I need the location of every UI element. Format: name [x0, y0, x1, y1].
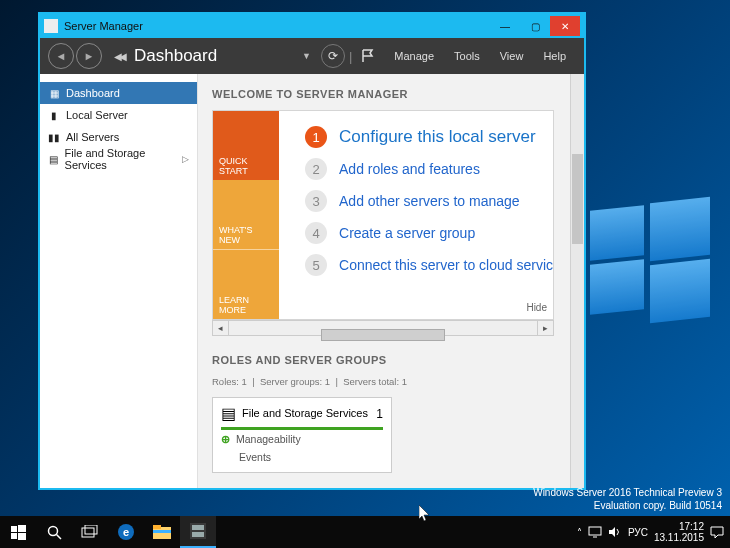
step-label: Create a server group: [339, 225, 475, 241]
sidebar-item-local-server[interactable]: ▮ Local Server: [40, 104, 197, 126]
titlebar[interactable]: Server Manager — ▢ ✕: [40, 14, 584, 38]
vertical-scrollbar[interactable]: [570, 74, 584, 488]
roles-heading: ROLES AND SERVER GROUPS: [212, 354, 584, 366]
task-view-button[interactable]: [72, 516, 108, 548]
role-card-file-storage[interactable]: ▤ File and Storage Services 1 ⊕ Manageab…: [212, 397, 392, 473]
app-icon: [44, 19, 58, 33]
server-icon: ▮: [48, 109, 60, 121]
tile-whats-new[interactable]: WHAT'S NEW: [213, 180, 279, 249]
menu-tools[interactable]: Tools: [444, 50, 490, 62]
breadcrumb-chevrons-icon: ◀◀: [114, 51, 124, 62]
taskbar-explorer[interactable]: [144, 516, 180, 548]
breadcrumb-current: Dashboard: [134, 46, 217, 66]
sidebar-item-label: Dashboard: [66, 87, 120, 99]
step-add-servers[interactable]: 3 Add other servers to manage: [305, 185, 553, 217]
step-label: Add roles and features: [339, 161, 480, 177]
up-arrow-icon: ⊕: [221, 433, 230, 445]
windows-logo-wallpaper: [590, 200, 710, 320]
step-number: 4: [305, 222, 327, 244]
servers-icon: ▮▮: [48, 131, 60, 143]
tile-quick-start[interactable]: QUICK START: [213, 111, 279, 180]
tray-language[interactable]: РУС: [628, 527, 648, 538]
role-card-count: 1: [376, 407, 383, 421]
role-row-events[interactable]: Events: [221, 448, 383, 466]
step-connect-cloud[interactable]: 5 Connect this server to cloud servic: [305, 249, 553, 281]
step-number: 3: [305, 190, 327, 212]
scroll-thumb[interactable]: [321, 329, 444, 341]
menu-view[interactable]: View: [490, 50, 534, 62]
svg-rect-11: [153, 525, 161, 529]
svg-rect-15: [192, 532, 204, 537]
step-number: 2: [305, 158, 327, 180]
role-row-manageability[interactable]: ⊕ Manageability: [221, 430, 383, 448]
step-configure-local-server[interactable]: 1 Configure this local server: [305, 121, 553, 153]
svg-rect-3: [18, 533, 26, 540]
nav-forward-button[interactable]: ►: [76, 43, 102, 69]
svg-rect-12: [153, 530, 171, 533]
sidebar-item-file-storage[interactable]: ▤ File and Storage Services ▷: [40, 148, 197, 170]
svg-line-5: [56, 534, 61, 539]
step-number: 1: [305, 126, 327, 148]
tile-label: LEARN MORE: [219, 295, 273, 315]
scroll-thumb[interactable]: [572, 154, 583, 244]
chevron-right-icon: ▷: [182, 154, 189, 164]
refresh-button[interactable]: ⟳: [321, 44, 345, 68]
nav-back-button[interactable]: ◄: [48, 43, 74, 69]
roles-subheading: Roles: 1 | Server groups: 1 | Servers to…: [212, 376, 584, 387]
svg-rect-14: [192, 525, 204, 530]
step-label: Add other servers to manage: [339, 193, 520, 209]
svg-text:e: e: [123, 526, 129, 538]
menu-manage[interactable]: Manage: [384, 50, 444, 62]
svg-rect-7: [85, 525, 97, 534]
breadcrumb-dropdown[interactable]: ▼: [296, 51, 317, 61]
close-button[interactable]: ✕: [550, 16, 580, 36]
step-label: Configure this local server: [339, 127, 536, 147]
svg-rect-2: [11, 533, 17, 539]
maximize-button[interactable]: ▢: [520, 16, 550, 36]
notifications-flag-icon[interactable]: [360, 46, 376, 66]
role-row-label: Events: [239, 451, 271, 463]
svg-rect-0: [11, 526, 17, 532]
taskbar-edge[interactable]: e: [108, 516, 144, 548]
taskbar-server-manager[interactable]: [180, 516, 216, 548]
role-card-title: File and Storage Services: [242, 407, 370, 420]
scroll-left-button[interactable]: ◂: [213, 321, 229, 335]
sidebar-item-label: Local Server: [66, 109, 128, 121]
window-title: Server Manager: [64, 20, 143, 32]
taskbar: e ˄ РУС 17:12 13.11.2015: [0, 516, 730, 548]
svg-rect-16: [589, 527, 601, 535]
hide-link[interactable]: Hide: [526, 302, 547, 313]
step-add-roles[interactable]: 2 Add roles and features: [305, 153, 553, 185]
toolbar: ◄ ► ◀◀ Dashboard ▼ ⟳ | Manage Tools View…: [40, 38, 584, 74]
step-create-group[interactable]: 4 Create a server group: [305, 217, 553, 249]
sidebar-item-label: All Servers: [66, 131, 119, 143]
svg-point-4: [48, 526, 57, 535]
tray-clock[interactable]: 17:12 13.11.2015: [654, 521, 704, 543]
tray-network-icon[interactable]: [588, 526, 602, 538]
minimize-button[interactable]: —: [490, 16, 520, 36]
sidebar-item-dashboard[interactable]: ▦ Dashboard: [40, 82, 197, 104]
svg-rect-6: [82, 528, 94, 537]
main-content: WELCOME TO SERVER MANAGER QUICK START WH…: [198, 74, 584, 488]
menu-help[interactable]: Help: [533, 50, 576, 62]
search-button[interactable]: [36, 516, 72, 548]
tray-volume-icon[interactable]: [608, 526, 622, 538]
tray-action-center-icon[interactable]: [710, 526, 724, 539]
role-row-label: Manageability: [236, 433, 301, 445]
tile-learn-more[interactable]: LEARN MORE: [213, 249, 279, 319]
step-number: 5: [305, 254, 327, 276]
sidebar-item-all-servers[interactable]: ▮▮ All Servers: [40, 126, 197, 148]
svg-rect-1: [18, 525, 26, 532]
server-manager-window: Server Manager — ▢ ✕ ◄ ► ◀◀ Dashboard ▼ …: [38, 12, 586, 490]
welcome-heading: WELCOME TO SERVER MANAGER: [212, 88, 584, 100]
tile-label: WHAT'S NEW: [219, 225, 273, 245]
storage-icon: ▤: [48, 153, 59, 165]
cursor-icon: [419, 505, 431, 523]
dashboard-icon: ▦: [48, 87, 60, 99]
welcome-panel: QUICK START WHAT'S NEW LEARN MORE 1 Conf…: [212, 110, 554, 320]
scroll-right-button[interactable]: ▸: [537, 321, 553, 335]
start-button[interactable]: [0, 516, 36, 548]
sidebar-item-label: File and Storage Services: [65, 147, 176, 171]
horizontal-scrollbar[interactable]: ◂ ▸: [212, 320, 554, 336]
tray-chevron-icon[interactable]: ˄: [577, 527, 582, 538]
